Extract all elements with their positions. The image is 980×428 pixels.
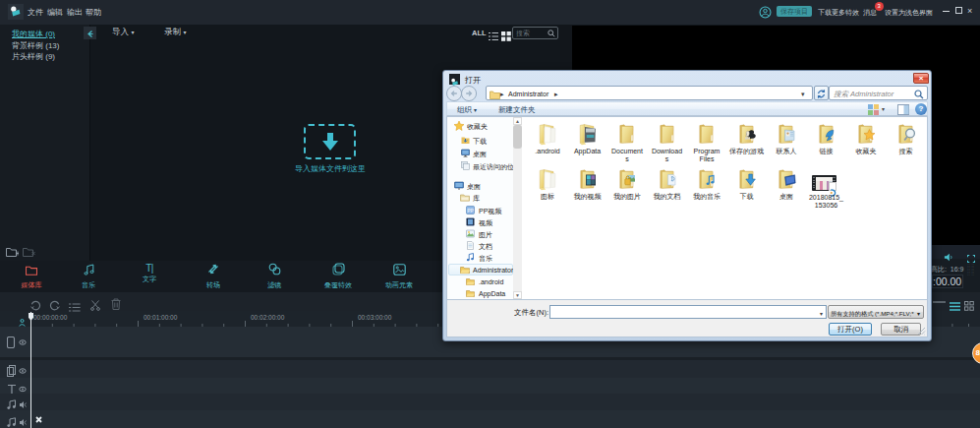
svg-text:PP: PP <box>467 208 474 214</box>
